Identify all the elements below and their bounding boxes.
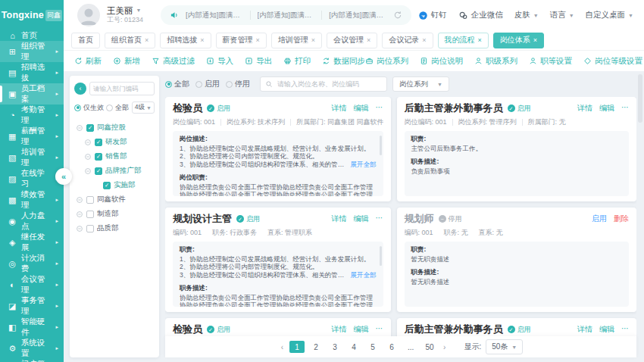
toolbar-right-1[interactable]: 岗位说明 [420,56,463,67]
tree-node-7[interactable]: 品质部 [74,221,155,236]
tree-checkbox[interactable] [86,124,94,132]
sidebar-item-7[interactable]: ▨ 在线学习 ▸ [0,168,64,189]
status-option-1[interactable]: 启用 [195,79,220,89]
toolbar-right-3[interactable]: 职等设置 [529,56,572,67]
tab-3[interactable]: 薪资管理 × [216,33,267,48]
toolbar-right-0[interactable]: 岗位系列 [365,56,408,67]
toolbar-left-5[interactable]: 打印 [283,56,311,67]
tree-checkbox[interactable] [86,196,94,204]
tree-node-1[interactable]: 研发部 [74,135,155,149]
card-action-详情[interactable]: 详情 [577,324,592,335]
sidebar-item-0[interactable]: ⌂ 首页 [0,30,64,41]
inner-scrollbar-thumb[interactable] [380,136,382,155]
sidebar-item-14[interactable]: ◧ 智能硬件 ▸ [0,317,64,338]
toolbar-left-0[interactable]: 刷新 [74,56,102,67]
sidebar-item-12[interactable]: ◐ 会议管理 ▸ [0,274,64,295]
page-button-6[interactable]: 6 [384,341,399,353]
sidebar-item-1[interactable]: ⊞ 组织管理 ▸ [0,41,64,62]
card-action-详情[interactable]: 详情 [577,103,592,114]
page-button-1[interactable]: 1 [289,341,305,353]
tree-node-4[interactable]: 实施部 [74,178,155,192]
close-icon[interactable]: × [200,37,204,44]
toolbar-left-3[interactable]: 导入 [206,56,233,67]
tree-filter-radio-1[interactable] [106,105,113,111]
tab-1[interactable]: 组织首页 × [105,33,155,48]
sidebar-item-6[interactable]: ▧ 培训管理 ▸ [0,147,64,168]
tree-node-5[interactable]: 同鑫软件 [74,192,155,207]
page-button-5[interactable]: 5 [365,341,380,353]
close-icon[interactable]: × [478,37,482,44]
scrollbar[interactable] [638,74,642,356]
close-icon[interactable]: × [311,37,315,44]
sidebar-item-4[interactable]: ◔ 考勤管理 ▸ [0,105,64,126]
toolbar-left-2[interactable]: 高级过滤 [152,56,195,67]
page-button-4[interactable]: 4 [346,341,361,353]
header-action-2[interactable]: 皮肤 ▼ [514,10,539,20]
toolbar-right-2[interactable]: 职级系列 [474,56,517,67]
card-action-编辑[interactable]: 编辑 [599,103,614,114]
close-icon[interactable]: × [367,37,370,44]
header-action-0[interactable]: 钉钉 [418,10,447,20]
sidebar-item-8[interactable]: ▩ 绩效管理 ▸ [0,189,64,211]
card-action-more[interactable]: ⋯ [376,214,383,224]
tree-checkbox[interactable] [86,211,94,218]
card-action-编辑[interactable]: 编辑 [354,214,369,224]
sidebar-collapse-button[interactable]: « [55,168,72,185]
sidebar-item-16[interactable]: ⊡ 门户管理 ▸ [0,359,64,362]
header-action-1[interactable]: 企业微信 [458,10,503,20]
toolbar-left-4[interactable]: 导出 [245,56,272,67]
close-icon[interactable]: × [145,37,148,44]
card-action-more[interactable]: ⋯ [621,103,629,114]
tab-0[interactable]: 首页 [71,33,100,48]
prev-page-button[interactable]: ‹ [279,343,286,351]
page-button-3[interactable]: 3 [327,341,342,353]
page-button-2[interactable]: 2 [308,341,324,353]
tree-filter-radio-0[interactable] [74,105,81,111]
sidebar-item-13[interactable]: ◪ 事务管理 ▸ [0,295,64,317]
scrollbar-thumb[interactable] [638,74,642,123]
tree-checkbox[interactable] [95,139,102,146]
expand-all-link[interactable]: 展开全部 [351,271,377,279]
sidebar-item-5[interactable]: ▦ 薪酬管理 ▸ [0,126,64,147]
announcement-item-1[interactable]: [内部通知]圆满成功举办省人协会员... [258,11,315,20]
card-action-详情[interactable]: 详情 [332,103,347,114]
tab-2[interactable]: 招聘选拔 × [160,33,211,48]
card-action-删除[interactable]: 删除 [614,214,629,224]
next-page-button[interactable]: › [441,343,448,351]
tab-5[interactable]: 会议管理 × [327,33,377,48]
sidebar-item-3[interactable]: ▣ 员工档案 ▸ [0,83,64,105]
tree-node-0[interactable]: 同鑫控股 [74,120,155,135]
toolbar-left-6[interactable]: 数据同步 [322,56,365,67]
tree-checkbox[interactable] [95,167,102,175]
card-action-编辑[interactable]: 编辑 [354,103,369,114]
tab-8[interactable]: 岗位体系 × [493,33,544,48]
header-action-3[interactable]: 语言 ▼ [550,10,574,20]
sidebar-item-9[interactable]: ◉ 人力盘点 ▸ [0,211,64,232]
avatar[interactable] [77,4,100,27]
expand-all-link[interactable]: 展开全部 [351,161,377,169]
announcement-item-2[interactable]: [内部通知]圆满成功举办省人协会员... [329,11,386,20]
position-search-input[interactable] [276,80,382,89]
card-action-more[interactable]: ⋯ [621,324,629,335]
tree-node-3[interactable]: 品牌推广部 [74,164,155,178]
card-action-more[interactable]: ⋯ [376,324,383,335]
sidebar-item-2[interactable]: ▤ 招聘选拔 ▸ [0,62,64,83]
sidebar-item-10[interactable]: ◈ 继任发展 ▸ [0,232,64,253]
card-action-编辑[interactable]: 编辑 [599,324,614,335]
card-action-启用[interactable]: 启用 [592,214,607,224]
announcement-refresh-icon[interactable] [393,11,402,20]
sidebar-item-15[interactable]: ⚙ 系统设置 ▸ [0,338,64,359]
tree-node-6[interactable]: 制造部 [74,207,155,221]
toolbar-right-4[interactable]: 岗位等级设置 [583,56,642,67]
status-option-0[interactable]: 全部 [165,79,189,89]
tree-checkbox[interactable] [86,225,94,232]
series-select[interactable]: 岗位系列▼ [392,76,449,92]
tree-back-button[interactable]: ‹ [74,83,86,95]
tree-level-select[interactable]: 4级▼ [132,101,155,114]
tree-node-2[interactable]: 销售部 [74,149,155,164]
user-name[interactable]: 王美丽▼ [107,6,143,16]
card-action-编辑[interactable]: 编辑 [354,324,369,335]
tab-6[interactable]: 会议记录 × [382,33,433,48]
department-code-input[interactable] [89,82,155,95]
announcement-item-0[interactable]: [内部通知]圆满成功举办省人协会员... [186,11,243,20]
